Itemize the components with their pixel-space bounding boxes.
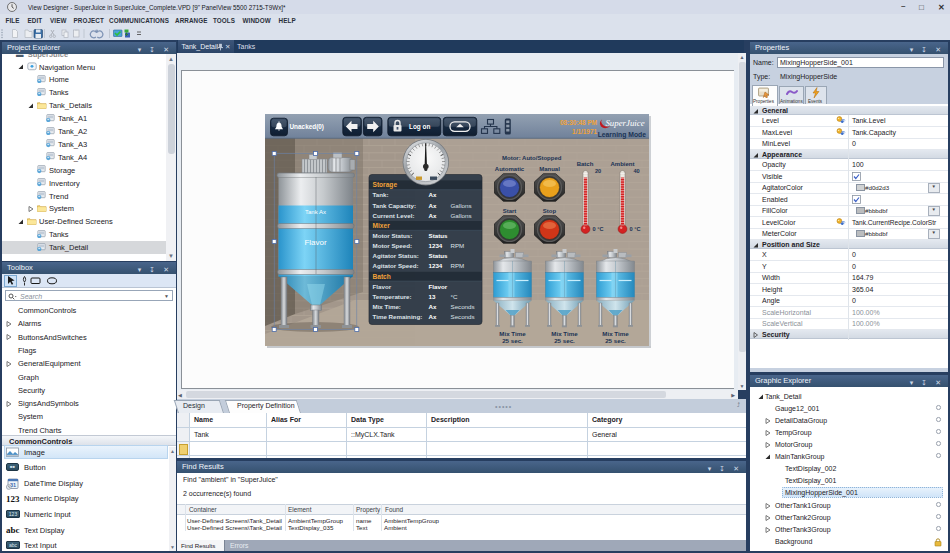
- svg-text:Batch: Batch: [372, 272, 390, 279]
- svg-text:20: 20: [595, 167, 601, 173]
- svg-text:1234: 1234: [428, 242, 442, 249]
- svg-text:Storage: Storage: [372, 181, 397, 189]
- svg-text:Motor Status:: Motor Status:: [372, 232, 412, 239]
- svg-text:Current Level:: Current Level:: [372, 211, 414, 218]
- svg-text:25 sec.: 25 sec.: [502, 336, 523, 343]
- svg-text:Gallons: Gallons: [450, 201, 471, 208]
- svg-text:Temperature:: Temperature:: [372, 292, 411, 299]
- svg-text:40: 40: [633, 167, 639, 173]
- svg-text:°C: °C: [450, 292, 457, 299]
- svg-text:Automatic: Automatic: [494, 166, 524, 172]
- svg-text:Ax: Ax: [428, 191, 436, 198]
- svg-text:1234: 1234: [428, 262, 442, 269]
- svg-text:Agitator Speed:: Agitator Speed:: [372, 262, 418, 269]
- svg-text:Gallons: Gallons: [450, 211, 471, 218]
- svg-text:Unacked(0): Unacked(0): [289, 123, 323, 131]
- svg-text:Mix Time: Mix Time: [551, 329, 578, 336]
- svg-text:Mix Time: Mix Time: [602, 329, 629, 336]
- svg-text:Tank Ax: Tank Ax: [304, 208, 325, 214]
- svg-text:Mix Time: Mix Time: [499, 329, 526, 336]
- svg-text:Ax: Ax: [428, 211, 436, 218]
- svg-text:Ax: Ax: [428, 313, 436, 320]
- svg-text:Ax: Ax: [428, 303, 436, 310]
- svg-text:Learning Mode: Learning Mode: [597, 130, 646, 138]
- svg-text:Manual: Manual: [539, 166, 560, 172]
- svg-text:Status: Status: [428, 252, 447, 259]
- svg-text:Flavor: Flavor: [372, 282, 391, 289]
- svg-text:RPM: RPM: [450, 242, 464, 249]
- svg-text:RPM: RPM: [450, 262, 464, 269]
- svg-text:Tank:: Tank:: [372, 191, 388, 198]
- svg-text:Motor: Auto/Stopped: Motor: Auto/Stopped: [502, 154, 562, 160]
- svg-text:0 °C: 0 °C: [629, 226, 640, 232]
- svg-text:Log on: Log on: [409, 123, 430, 131]
- svg-text:Flavor: Flavor: [304, 238, 327, 247]
- svg-text:0 °C: 0 °C: [592, 226, 603, 232]
- svg-text:25 sec.: 25 sec.: [554, 336, 575, 343]
- svg-text:SuperJuice: SuperJuice: [605, 117, 644, 127]
- svg-text:Agitator Status:: Agitator Status:: [372, 252, 418, 259]
- svg-text:Seconds: Seconds: [450, 313, 474, 320]
- svg-text:Mix Time:: Mix Time:: [372, 303, 400, 310]
- svg-text:Seconds: Seconds: [450, 303, 474, 310]
- svg-text:Stop: Stop: [542, 208, 556, 214]
- svg-text:Ambient: Ambient: [610, 160, 634, 166]
- svg-text:13: 13: [428, 292, 435, 299]
- svg-text:Status: Status: [428, 232, 447, 239]
- svg-text:08:30:48 PM: 08:30:48 PM: [560, 119, 597, 126]
- svg-text:Start: Start: [502, 208, 516, 214]
- svg-text:Flavor: Flavor: [428, 282, 447, 289]
- svg-text:1/1/1971: 1/1/1971: [572, 127, 597, 134]
- svg-text:Motor Speed:: Motor Speed:: [372, 242, 412, 249]
- svg-text:Ax: Ax: [428, 201, 436, 208]
- svg-text:Tank Capacity:: Tank Capacity:: [372, 201, 416, 208]
- svg-text:Mixer: Mixer: [372, 221, 390, 228]
- svg-text:Time Remaining:: Time Remaining:: [372, 313, 422, 320]
- svg-text:25 sec.: 25 sec.: [605, 336, 626, 343]
- svg-text:Batch: Batch: [576, 160, 593, 166]
